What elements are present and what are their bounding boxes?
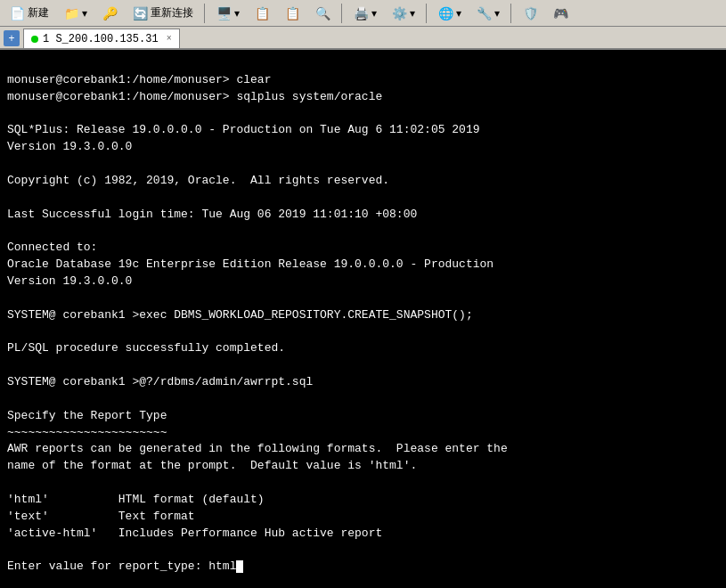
reconnect-icon: 🔄 xyxy=(132,5,148,21)
terminal-line xyxy=(7,290,719,307)
terminal-line xyxy=(7,475,719,492)
key-button[interactable]: 🔑 xyxy=(96,3,123,24)
folder-icon: 📁 xyxy=(63,5,79,21)
terminal[interactable]: monuser@corebank1:/home/monuser> clearmo… xyxy=(0,50,726,588)
tabbar: + 1 S_200.100.135.31 × xyxy=(0,27,726,50)
search-button[interactable]: 🔍 xyxy=(309,3,336,24)
print-icon: 🖨️ xyxy=(353,5,369,21)
terminal-line xyxy=(7,106,719,123)
folder-dropdown: ▾ xyxy=(82,7,87,20)
monitor-icon: 🖥️ xyxy=(216,5,232,21)
globe-icon: 🌐 xyxy=(437,5,453,21)
folder-button[interactable]: 📁 ▾ xyxy=(58,3,93,24)
search-icon: 🔍 xyxy=(314,5,330,21)
globe-button[interactable]: 🌐 ▾ xyxy=(432,3,467,24)
terminal-line: Enter value for report_type: html xyxy=(7,559,719,576)
copy-icon: 📋 xyxy=(254,5,270,21)
terminal-cursor xyxy=(236,560,243,573)
settings-dropdown: ▾ xyxy=(410,7,415,20)
add-tab-button[interactable]: + xyxy=(4,30,20,46)
terminal-line xyxy=(7,190,719,207)
paste-button[interactable]: 📋 xyxy=(279,3,306,24)
reconnect-label: 重新连接 xyxy=(151,5,193,20)
terminal-line: SYSTEM@ corebank1 >exec DBMS_WORKLOAD_RE… xyxy=(7,307,719,324)
tab-close-button[interactable]: × xyxy=(167,34,172,44)
separator-2 xyxy=(341,4,342,23)
terminal-line: Oracle Database 19c Enterprise Edition R… xyxy=(7,257,719,274)
reconnect-button[interactable]: 🔄 重新连接 xyxy=(126,3,199,24)
terminal-line xyxy=(7,357,719,374)
monitor-dropdown: ▾ xyxy=(234,7,240,20)
terminal-line: PL/SQL procedure successfully completed. xyxy=(7,340,719,357)
terminal-line: ~~~~~~~~~~~~~~~~~~~~~~~ xyxy=(7,425,719,442)
terminal-line: Specify the Report Type xyxy=(7,408,719,425)
tools-button[interactable]: 🔧 ▾ xyxy=(470,3,505,24)
terminal-line: name of the format at the prompt. Defaul… xyxy=(7,458,719,475)
paste-icon: 📋 xyxy=(284,5,300,21)
terminal-line: AWR reports can be generated in the foll… xyxy=(7,441,719,458)
terminal-line: monuser@corebank1:/home/monuser> sqlplus… xyxy=(7,89,719,106)
separator-3 xyxy=(426,4,427,23)
terminal-line xyxy=(7,391,719,408)
print-button[interactable]: 🖨️ ▾ xyxy=(347,3,382,24)
settings-icon: ⚙️ xyxy=(391,5,407,21)
terminal-line xyxy=(7,223,719,240)
terminal-line: Version 19.3.0.0.0 xyxy=(7,274,719,290)
terminal-line: 'text' Text format xyxy=(7,509,719,526)
shield-icon: 🛡️ xyxy=(522,5,538,21)
key-icon: 🔑 xyxy=(102,5,118,21)
shield-button[interactable]: 🛡️ xyxy=(517,3,543,24)
monitor-button[interactable]: 🖥️ ▾ xyxy=(210,3,245,24)
terminal-line xyxy=(7,324,719,341)
terminal-line: 'active-html' Includes Performance Hub a… xyxy=(7,526,719,543)
terminal-line: 'html' HTML format (default) xyxy=(7,492,719,509)
tab-label: 1 S_200.100.135.31 xyxy=(43,33,159,45)
terminal-line: SQL*Plus: Release 19.0.0.0.0 - Productio… xyxy=(7,122,719,139)
terminal-line: Last Successful login time: Tue Aug 06 2… xyxy=(7,207,719,224)
tools-dropdown: ▾ xyxy=(494,7,500,20)
new-button[interactable]: 📄 新建 xyxy=(4,3,54,24)
new-icon: 📄 xyxy=(9,5,25,21)
tab-session[interactable]: 1 S_200.100.135.31 × xyxy=(23,29,180,48)
tools-icon: 🔧 xyxy=(476,5,492,21)
terminal-line: SYSTEM@ corebank1 >@?/rdbms/admin/awrrpt… xyxy=(7,374,719,391)
new-label: 新建 xyxy=(28,5,49,20)
toolbar: 📄 新建 📁 ▾ 🔑 🔄 重新连接 🖥️ ▾ 📋 📋 🔍 🖨️ ▾ ⚙️ ▾ 🌐… xyxy=(0,0,726,27)
terminal-line: Version 19.3.0.0.0 xyxy=(7,139,719,156)
terminal-line xyxy=(7,156,719,173)
game-button[interactable]: 🎮 xyxy=(547,3,574,24)
terminal-line: Copyright (c) 1982, 2019, Oracle. All ri… xyxy=(7,173,719,190)
terminal-line: Connected to: xyxy=(7,240,719,257)
separator-4 xyxy=(510,4,511,23)
print-dropdown: ▾ xyxy=(371,7,377,20)
tab-status-dot xyxy=(31,36,38,43)
terminal-line: monuser@corebank1:/home/monuser> clear xyxy=(7,72,719,89)
globe-dropdown: ▾ xyxy=(456,7,461,20)
separator-1 xyxy=(204,4,205,23)
copy-button[interactable]: 📋 xyxy=(249,3,275,24)
game-icon: 🎮 xyxy=(552,5,568,21)
terminal-line xyxy=(7,542,719,559)
settings-button[interactable]: ⚙️ ▾ xyxy=(386,3,420,24)
